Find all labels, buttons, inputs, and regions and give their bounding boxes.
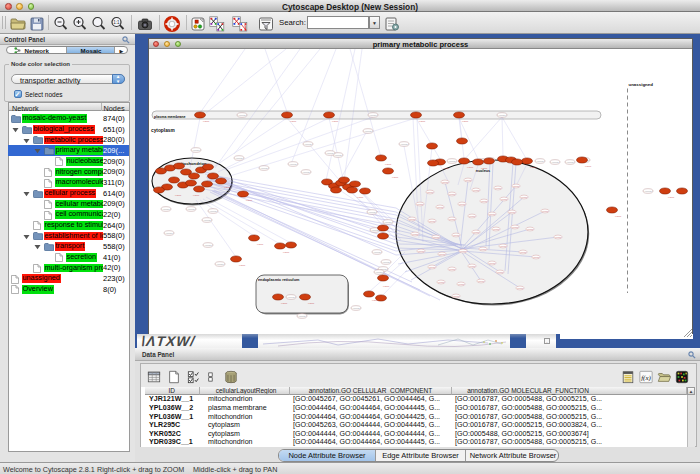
svg-text:Yxxxxx: Yxxxxx: [513, 185, 521, 187]
svg-text:Yxxxxx: Yxxxxx: [418, 250, 426, 252]
svg-text:Yxxxxx: Yxxxxx: [469, 215, 477, 217]
svg-text:Yxxxxx: Yxxxxx: [334, 154, 342, 157]
svg-text:Yxxxx: Yxxxx: [283, 251, 290, 254]
svg-text:Yxxxxx: Yxxxxx: [192, 149, 200, 152]
svg-text:Yxxxx: Yxxxx: [281, 302, 288, 305]
svg-text:Yxxxxx: Yxxxxx: [298, 315, 306, 318]
svg-text:Yxxxx: Yxxxx: [203, 120, 210, 123]
svg-text:Yxxxx: Yxxxx: [585, 165, 592, 168]
svg-text:Yxxxxx: Yxxxxx: [469, 265, 477, 267]
svg-text:Yxxxxx: Yxxxxx: [235, 157, 243, 160]
svg-text:unassigned: unassigned: [628, 82, 653, 87]
svg-text:Yxxxxx: Yxxxxx: [459, 203, 467, 205]
svg-text:Yxxxx: Yxxxx: [193, 194, 200, 197]
svg-text:Yxxxxx: Yxxxxx: [520, 251, 528, 253]
svg-text:Yxxxxx: Yxxxxx: [478, 280, 486, 282]
svg-text:plasma membrane: plasma membrane: [154, 115, 186, 119]
svg-text:Yxxxx: Yxxxx: [239, 264, 246, 267]
svg-text:Yxxxxx: Yxxxxx: [400, 143, 408, 146]
svg-text:Yxxxxx: Yxxxxx: [489, 262, 497, 264]
svg-text:Yxxxxx: Yxxxxx: [449, 218, 457, 220]
svg-text:Yxxxxx: Yxxxxx: [481, 200, 489, 202]
svg-text:Yxxxxx: Yxxxxx: [495, 187, 503, 189]
svg-text:Yxxxxx: Yxxxxx: [509, 211, 517, 213]
svg-text:Yxxxxx: Yxxxxx: [287, 296, 295, 299]
svg-text:Yxxxxx: Yxxxxx: [382, 261, 390, 264]
svg-text:Yxxxxx: Yxxxxx: [497, 271, 505, 273]
svg-text:Yxxxxx: Yxxxxx: [369, 114, 377, 117]
svg-text:Yxxxxx: Yxxxxx: [165, 232, 173, 235]
svg-text:Yxxxxx: Yxxxxx: [500, 245, 508, 247]
svg-text:Yxxxxx: Yxxxxx: [209, 210, 217, 213]
svg-text:Yxxxxx: Yxxxxx: [437, 206, 445, 208]
svg-text:Yxxxxx: Yxxxxx: [449, 193, 457, 195]
svg-text:Yxxxx: Yxxxx: [530, 166, 537, 169]
svg-text:Yxxxxx: Yxxxxx: [238, 114, 246, 117]
svg-text:Yxxxxx: Yxxxxx: [260, 167, 268, 170]
svg-text:Yxxxxx: Yxxxxx: [203, 219, 211, 222]
svg-text:Yxxxxx: Yxxxxx: [409, 218, 417, 220]
svg-text:Yxxxx: Yxxxx: [224, 186, 231, 189]
svg-text:Yxxxx: Yxxxx: [175, 194, 182, 197]
svg-text:Yxxxxx: Yxxxxx: [326, 152, 334, 155]
svg-text:Yxxxxx: Yxxxxx: [555, 236, 563, 238]
svg-text:Yxxxx: Yxxxx: [467, 166, 474, 169]
svg-text:Yxxxxx: Yxxxxx: [527, 228, 535, 230]
svg-text:Yxxxx: Yxxxx: [615, 215, 622, 218]
svg-text:Yxxxxx: Yxxxxx: [521, 196, 529, 198]
svg-text:Yxxxx: Yxxxx: [246, 199, 253, 202]
svg-text:Yxxxxx: Yxxxxx: [439, 253, 447, 255]
svg-text:Yxxxxx: Yxxxxx: [364, 130, 372, 133]
svg-text:Yxxxx: Yxxxx: [308, 302, 315, 305]
svg-text:Yxxxxx: Yxxxxx: [460, 250, 468, 252]
svg-text:Yxxxxx: Yxxxxx: [412, 233, 420, 235]
svg-text:Yxxxxx: Yxxxxx: [465, 179, 473, 181]
svg-text:Yxxxxx: Yxxxxx: [352, 307, 360, 310]
svg-text:Yxxxx: Yxxxx: [332, 120, 339, 123]
svg-text:Yxxxxx: Yxxxxx: [517, 287, 525, 289]
svg-text:Yxxxxx: Yxxxxx: [304, 143, 312, 146]
svg-text:1:1: 1:1: [113, 19, 120, 24]
svg-text:nucleus: nucleus: [476, 169, 490, 173]
svg-text:Yxxxxx: Yxxxxx: [501, 198, 509, 200]
svg-text:Yxxxxx: Yxxxxx: [489, 213, 497, 215]
svg-text:Yxxxxx: Yxxxxx: [498, 114, 506, 117]
svg-text:Yxxxxx: Yxxxxx: [533, 256, 541, 258]
svg-text:Yxxxxx: Yxxxxx: [438, 281, 446, 283]
svg-text:Yxxxxx: Yxxxxx: [302, 171, 310, 174]
svg-text:Yxxxx: Yxxxx: [383, 285, 390, 288]
svg-text:Yxxxxx: Yxxxxx: [551, 161, 559, 164]
svg-text:Yxxxxx: Yxxxxx: [429, 220, 437, 222]
svg-text:cytoplasm: cytoplasm: [151, 128, 175, 133]
svg-text:Yxxxxx: Yxxxxx: [512, 226, 520, 228]
svg-text:Yxxxxx: Yxxxxx: [427, 191, 435, 193]
svg-text:Yxxxxx: Yxxxxx: [442, 181, 450, 183]
svg-text:Yxxxx: Yxxxx: [443, 167, 450, 170]
svg-text:Yxxxxx: Yxxxxx: [644, 190, 652, 193]
svg-text:Yxxxx: Yxxxx: [481, 167, 488, 170]
svg-text:Yxxxxx: Yxxxxx: [453, 234, 461, 236]
svg-text:Yxxxx: Yxxxx: [462, 120, 469, 123]
svg-text:Yxxxxx: Yxxxxx: [566, 161, 574, 164]
svg-text:Yxxxxx: Yxxxxx: [373, 251, 381, 254]
svg-text:Yxxxxx: Yxxxxx: [375, 271, 383, 274]
svg-text:Yxxxxx: Yxxxxx: [368, 211, 376, 214]
svg-text:Yxxxx: Yxxxx: [385, 163, 392, 166]
svg-text:Yxxxxx: Yxxxxx: [480, 248, 488, 250]
svg-text:Yxxxxx: Yxxxxx: [289, 163, 297, 166]
svg-text:Yxxxx: Yxxxx: [257, 243, 264, 246]
svg-text:Yxxxxx: Yxxxxx: [493, 228, 501, 230]
svg-text:Yxxxxx: Yxxxxx: [216, 263, 224, 266]
svg-text:Yxxxx: Yxxxx: [357, 196, 364, 199]
svg-text:Yxxxxx: Yxxxxx: [162, 208, 170, 211]
svg-text:Yxxxxx: Yxxxxx: [429, 266, 437, 268]
svg-text:Yxxxxx: Yxxxxx: [448, 160, 456, 163]
svg-text:Yxxxxx: Yxxxxx: [384, 221, 392, 224]
svg-text:Yxxxxx: Yxxxxx: [473, 189, 481, 191]
svg-text:Yxxxx: Yxxxx: [668, 196, 675, 199]
svg-text:Yxxxx: Yxxxx: [290, 120, 297, 123]
svg-text:Yxxxx: Yxxxx: [392, 176, 399, 179]
svg-text:Yxxxxx: Yxxxxx: [449, 268, 457, 270]
svg-text:Yxxxxx: Yxxxxx: [453, 295, 461, 297]
svg-text:Yxxxx: Yxxxx: [372, 299, 379, 302]
